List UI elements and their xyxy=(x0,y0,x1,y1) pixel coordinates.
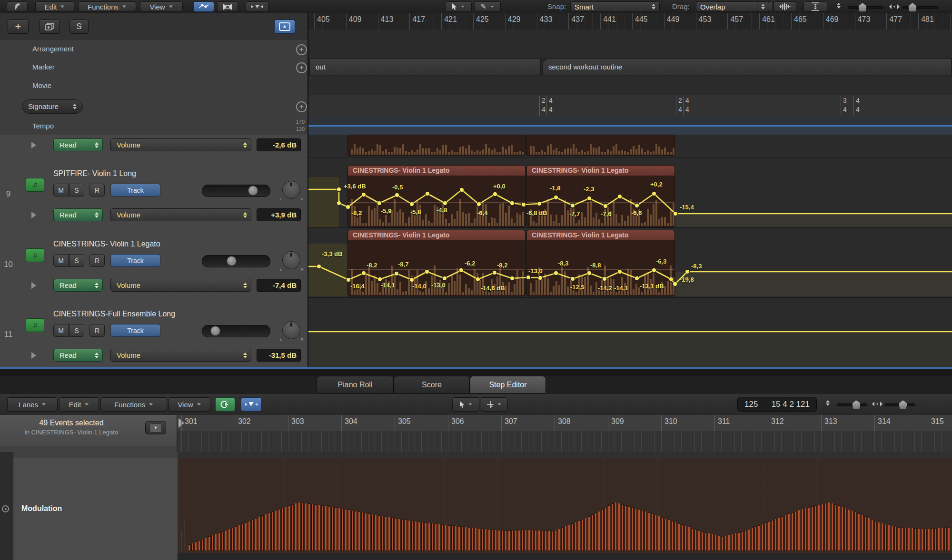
modulation-step-bar[interactable] xyxy=(874,521,877,551)
modulation-step-bar[interactable] xyxy=(365,513,367,551)
modulation-step-bar[interactable] xyxy=(901,527,903,551)
modulation-step-bar[interactable] xyxy=(861,515,863,551)
modulation-step-bar[interactable] xyxy=(645,511,647,551)
automation-param-select[interactable]: Volume xyxy=(110,138,251,151)
modulation-step-bar[interactable] xyxy=(565,526,567,551)
tab-piano-roll[interactable]: Piano Roll xyxy=(317,376,394,393)
modulation-step-bar[interactable] xyxy=(441,524,444,551)
modulation-step-bar[interactable] xyxy=(684,526,687,551)
modulation-step-bar[interactable] xyxy=(778,518,780,551)
modulation-step-bar[interactable] xyxy=(358,511,360,551)
modulation-step-bar[interactable] xyxy=(701,531,704,551)
solo-lock-button[interactable]: S xyxy=(69,20,89,34)
modulation-step-bar[interactable] xyxy=(814,505,817,551)
arrangement-strip[interactable] xyxy=(308,29,952,59)
modulation-step-bar[interactable] xyxy=(948,527,950,551)
modulation-step-bar[interactable] xyxy=(848,509,850,551)
modulation-step-bar[interactable] xyxy=(751,528,754,551)
modulation-step-bar[interactable] xyxy=(511,530,514,551)
modulation-step-bar[interactable] xyxy=(315,504,317,551)
modulation-step-bar[interactable] xyxy=(635,508,637,551)
modulation-lane[interactable] xyxy=(178,458,952,553)
modulation-step-bar[interactable] xyxy=(428,523,430,551)
track-header-9[interactable]: 9SPITFIRE- Violin 1 Long♫MSRTrackLRReadV… xyxy=(0,157,308,228)
tab-score[interactable]: Score xyxy=(394,376,470,393)
modulation-step-bar[interactable] xyxy=(764,522,767,551)
lane-enable-icon[interactable] xyxy=(2,505,9,512)
modulation-step-bar[interactable] xyxy=(794,511,797,551)
modulation-step-bar[interactable] xyxy=(265,514,267,551)
track-on-button[interactable]: Track xyxy=(110,254,160,267)
step-ruler[interactable]: 3013023033043053063073083093103113123133… xyxy=(178,415,952,432)
automation-param-select[interactable]: Volume xyxy=(110,349,251,362)
modulation-step-bar[interactable] xyxy=(435,523,437,551)
global-tracks-toggle-button[interactable]: ▲ xyxy=(274,20,295,34)
modulation-step-bar[interactable] xyxy=(661,517,664,551)
modulation-step-bar[interactable] xyxy=(908,528,910,551)
midi-region[interactable] xyxy=(526,135,675,156)
snap-select[interactable]: Smart xyxy=(570,1,660,12)
midi-region[interactable]: CINESTRINGS- Violin 1 Legato xyxy=(347,165,526,227)
signature-event[interactable]: 24 xyxy=(539,96,545,116)
modulation-step-bar[interactable] xyxy=(551,531,554,551)
modulation-step-bar[interactable] xyxy=(771,520,774,551)
track-mute-button[interactable]: M xyxy=(53,184,69,196)
modulation-step-bar[interactable] xyxy=(241,523,244,551)
modulation-step-bar[interactable] xyxy=(621,504,624,551)
modulation-step-bar[interactable] xyxy=(721,537,724,551)
step-v-zoom-slider[interactable] xyxy=(837,403,867,406)
modulation-step-bar[interactable] xyxy=(288,505,290,551)
modulation-step-bar[interactable] xyxy=(641,510,644,551)
modulation-step-bar[interactable] xyxy=(205,538,207,551)
modulation-step-bar[interactable] xyxy=(521,530,524,551)
modulation-step-bar[interactable] xyxy=(341,509,344,551)
signature-event[interactable]: 24 xyxy=(676,96,682,116)
modulation-step-bar[interactable] xyxy=(601,509,604,551)
modulation-step-bar[interactable] xyxy=(451,525,454,551)
modulation-step-bar[interactable] xyxy=(391,517,394,551)
pointer-tool-menu[interactable] xyxy=(445,1,472,12)
modulation-step-bar[interactable] xyxy=(218,532,220,551)
modulation-step-bar[interactable] xyxy=(528,530,530,551)
modulation-step-bar[interactable] xyxy=(818,505,820,551)
add-event-icon[interactable]: + xyxy=(296,44,307,55)
modulation-step-bar[interactable] xyxy=(298,502,300,551)
modulation-step-bar[interactable] xyxy=(338,508,340,551)
disclosure-triangle-icon[interactable] xyxy=(31,282,36,289)
track-solo-button[interactable]: S xyxy=(69,324,84,337)
flex-toggle-button[interactable] xyxy=(217,1,238,12)
modulation-step-bar[interactable] xyxy=(385,516,387,551)
automation-toggle-button[interactable] xyxy=(193,1,214,12)
modulation-step-bar[interactable] xyxy=(225,530,227,551)
modulation-step-bar[interactable] xyxy=(235,526,237,551)
modulation-step-bar[interactable] xyxy=(691,528,694,551)
track-mute-button[interactable]: M xyxy=(53,324,69,337)
modulation-step-bar[interactable] xyxy=(628,506,630,551)
modulation-step-bar[interactable] xyxy=(651,513,654,551)
volume-slider[interactable] xyxy=(202,325,270,337)
global-row-arrangement[interactable]: Arrangement+ xyxy=(0,40,308,59)
modulation-step-bar[interactable] xyxy=(758,525,760,551)
v-zoom-slider-thumb[interactable] xyxy=(858,3,867,12)
modulation-step-bar[interactable] xyxy=(804,508,807,551)
automation-value-box[interactable]: -31,5 dB xyxy=(257,349,301,362)
modulation-step-bar[interactable] xyxy=(811,506,813,551)
modulation-step-bar[interactable] xyxy=(198,540,200,551)
arrange-ruler[interactable]: 4054094134174214254294334374414454494534… xyxy=(308,13,952,30)
modulation-step-bar[interactable] xyxy=(488,529,490,551)
modulation-step-bar[interactable] xyxy=(808,507,810,551)
modulation-step-bar[interactable] xyxy=(395,518,397,551)
modulation-step-bar[interactable] xyxy=(738,532,740,551)
modulation-step-bar[interactable] xyxy=(824,503,827,551)
modulation-step-bar[interactable] xyxy=(831,503,833,551)
modulation-step-bar[interactable] xyxy=(368,513,370,551)
modulation-step-bar[interactable] xyxy=(408,520,410,551)
auto-track-zoom-button[interactable] xyxy=(803,1,827,12)
modulation-step-bar[interactable] xyxy=(881,523,883,551)
modulation-step-bar[interactable] xyxy=(858,513,860,551)
marker-strip[interactable]: outsecond workout routine xyxy=(308,58,952,77)
marquee-tool-button[interactable] xyxy=(246,1,268,12)
modulation-step-bar[interactable] xyxy=(248,521,250,551)
modulation-step-bar[interactable] xyxy=(671,521,674,551)
modulation-step-bar[interactable] xyxy=(548,531,550,551)
